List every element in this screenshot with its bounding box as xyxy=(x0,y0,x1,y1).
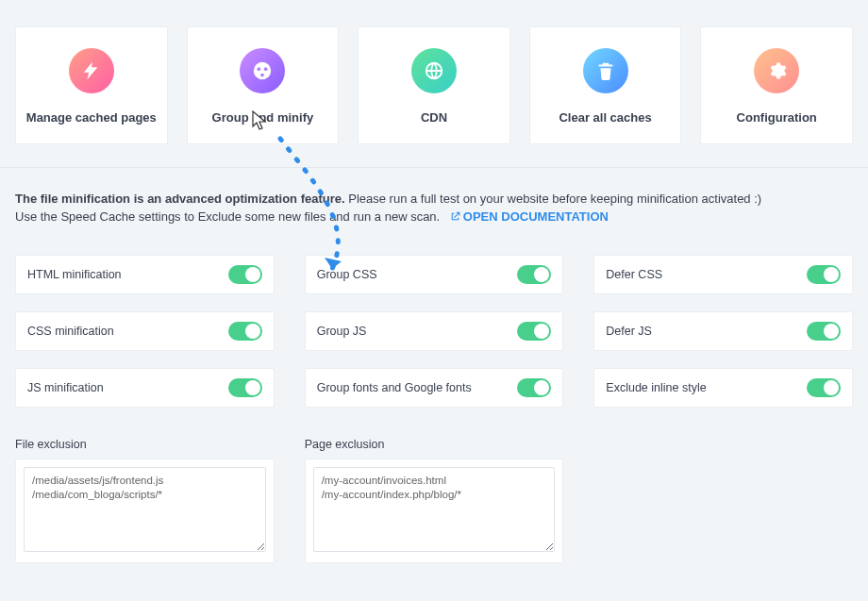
toggle-exclude-inline-style[interactable] xyxy=(807,378,841,397)
page-exclusion-textarea[interactable] xyxy=(313,467,556,552)
setting-js-minification: JS minification xyxy=(15,368,275,408)
setting-group-css: Group CSS xyxy=(305,255,564,294)
globe-icon xyxy=(411,48,457,93)
setting-css-minification: CSS minification xyxy=(15,311,275,351)
setting-label: CSS minification xyxy=(27,325,114,338)
minification-notice: The file minification is an advanced opt… xyxy=(0,168,868,238)
toggle-html-minification[interactable] xyxy=(228,265,262,284)
setting-html-minification: HTML minification xyxy=(15,255,275,294)
toggle-defer-js[interactable] xyxy=(807,322,841,341)
setting-defer-js: Defer JS xyxy=(593,311,853,351)
toggle-group-css[interactable] xyxy=(517,265,551,284)
toggle-group-fonts[interactable] xyxy=(517,378,551,397)
card-group-minify[interactable]: Group and minify xyxy=(187,26,340,144)
setting-group-js: Group JS xyxy=(305,311,564,351)
setting-group-fonts: Group fonts and Google fonts xyxy=(305,368,564,408)
card-cdn[interactable]: CDN xyxy=(358,26,510,144)
toggle-group-js[interactable] xyxy=(517,322,551,341)
external-link-icon xyxy=(449,210,461,223)
toggle-defer-css[interactable] xyxy=(807,265,841,284)
page-exclusion-title: Page exclusion xyxy=(305,438,564,451)
setting-exclude-inline-style: Exclude inline style xyxy=(593,368,853,408)
setting-label: Group CSS xyxy=(317,268,377,281)
setting-label: Group JS xyxy=(317,325,367,338)
setting-label: Exclude inline style xyxy=(606,381,706,394)
svg-point-1 xyxy=(258,67,261,71)
trash-icon xyxy=(583,48,628,93)
file-exclusion-block: File exclusion xyxy=(15,438,275,563)
setting-label: Group fonts and Google fonts xyxy=(317,381,472,394)
page-exclusion-block: Page exclusion xyxy=(305,438,564,563)
card-configuration[interactable]: Configuration xyxy=(700,26,853,144)
card-label: Group and minify xyxy=(195,110,331,125)
file-exclusion-textarea[interactable] xyxy=(24,467,266,552)
setting-label: Defer CSS xyxy=(606,268,662,281)
card-clear-caches[interactable]: Clear all caches xyxy=(529,26,682,144)
card-label: Clear all caches xyxy=(538,110,674,125)
toggle-css-minification[interactable] xyxy=(228,322,262,341)
open-documentation-link[interactable]: OPEN DOCUMENTATION xyxy=(449,209,609,224)
card-manage-cached-pages[interactable]: Manage cached pages xyxy=(15,26,168,144)
card-label: CDN xyxy=(366,110,502,125)
film-reel-icon xyxy=(240,48,285,93)
notice-strong: The file minification is an advanced opt… xyxy=(15,192,345,206)
gear-icon xyxy=(754,48,799,93)
setting-defer-css: Defer CSS xyxy=(593,255,853,294)
file-exclusion-title: File exclusion xyxy=(15,438,275,451)
card-label: Configuration xyxy=(709,110,844,125)
card-label: Manage cached pages xyxy=(24,110,159,125)
svg-point-2 xyxy=(264,67,268,71)
notice-rest: Please run a full test on your website b… xyxy=(345,192,762,206)
exclusions-section: File exclusion Page exclusion xyxy=(0,425,868,590)
bolt-icon xyxy=(69,48,114,93)
toggle-js-minification[interactable] xyxy=(228,378,262,397)
notice-line2: Use the Speed Cache settings to Exclude … xyxy=(15,209,440,224)
svg-point-3 xyxy=(261,74,265,77)
setting-label: HTML minification xyxy=(27,268,122,281)
setting-label: JS minification xyxy=(27,381,104,394)
dashboard-cards: Manage cached pages Group and minify CDN… xyxy=(0,0,868,168)
setting-label: Defer JS xyxy=(606,325,652,338)
minification-settings: HTML minification Group CSS Defer CSS CS… xyxy=(0,238,868,425)
